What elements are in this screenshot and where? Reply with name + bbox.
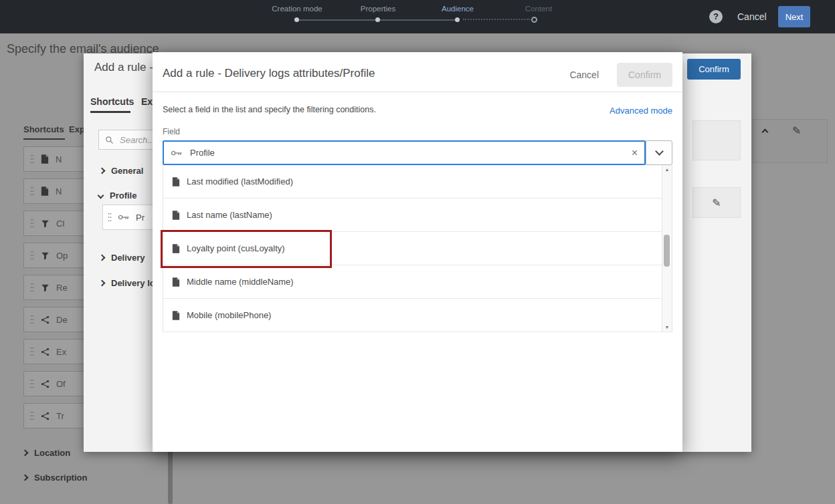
chevron-right-icon	[99, 255, 106, 261]
attribute-key-icon	[118, 214, 130, 221]
wizard-next-button[interactable]: Next	[778, 6, 810, 27]
dropdown-item[interactable]: Last modified (lastModified)	[163, 165, 672, 199]
step-dot-upcoming	[531, 17, 537, 23]
chevron-right-icon	[99, 168, 106, 174]
field-dropdown-list: Last modified (lastModified) Last name (…	[163, 165, 672, 332]
step-dot-active	[455, 17, 460, 22]
step-dot-completed	[375, 17, 380, 22]
dropdown-item-label: Mobile (mobilePhone)	[187, 310, 271, 320]
tree-item-label: Profile	[110, 191, 136, 201]
dropdown-item[interactable]: Middle name (middleName)	[163, 265, 672, 299]
header-divider	[153, 92, 682, 92]
chevron-down-icon	[98, 193, 104, 199]
tree-item-label: Delivery	[111, 253, 145, 263]
advanced-mode-link[interactable]: Advanced mode	[610, 106, 672, 116]
document-icon	[172, 211, 180, 220]
rule-item-label: Pr	[136, 213, 145, 223]
document-icon	[172, 177, 180, 186]
modal-title: Add a rule -	[94, 61, 153, 74]
confirm-button[interactable]: Confirm	[687, 59, 741, 80]
help-icon[interactable]: ?	[709, 10, 723, 23]
instruction-text: Select a field in the list and specify t…	[163, 105, 376, 114]
tree-item-label: General	[111, 166, 143, 176]
dropdown-item-label: Middle name (middleName)	[187, 277, 294, 287]
dropdown-item-label: Last name (lastName)	[187, 210, 272, 220]
attribute-key-icon	[171, 150, 183, 156]
scroll-up-icon[interactable]: ▲	[662, 167, 672, 172]
tree-item-delivery[interactable]: Delivery	[100, 253, 145, 263]
dropdown-item[interactable]: Last name (lastName)	[163, 199, 672, 232]
dropdown-toggle-button[interactable]	[646, 140, 672, 165]
step-content[interactable]: Content	[525, 5, 552, 13]
add-rule-dialog: Add a rule - Delivery logs attributes/Pr…	[153, 52, 682, 452]
tree-item-profile[interactable]: Profile	[98, 191, 136, 201]
tree-item-general[interactable]: General	[100, 166, 143, 176]
document-icon	[172, 244, 180, 253]
dropdown-scrollbar[interactable]: ▲ ▼	[662, 165, 672, 332]
step-creation-mode[interactable]: Creation mode	[272, 5, 322, 13]
dropdown-item[interactable]: Mobile (mobilePhone)	[163, 299, 672, 332]
cancel-button[interactable]: Cancel	[569, 70, 599, 80]
stepper-line-dotted	[463, 19, 530, 20]
chevron-down-icon	[655, 147, 664, 156]
drag-handle-icon[interactable]	[108, 213, 112, 222]
tree-item-delivery-logs[interactable]: Delivery log	[100, 278, 161, 288]
field-combobox-input[interactable]	[189, 147, 626, 158]
field-combobox[interactable]: ×	[163, 140, 646, 165]
side-edit-box: ✎	[692, 187, 741, 218]
side-field-box	[692, 120, 741, 160]
dialog-title: Add a rule - Delivery logs attributes/Pr…	[163, 67, 375, 80]
dropdown-item-label: Last modified (lastModified)	[187, 176, 293, 186]
tab-active-indicator	[90, 111, 130, 113]
scrollbar-thumb[interactable]	[664, 235, 670, 267]
confirm-button-disabled[interactable]: Confirm	[617, 63, 672, 87]
field-label: Field	[163, 127, 180, 136]
search-icon	[105, 136, 114, 144]
dropdown-item-loyalty-point[interactable]: Loyalty point (cusLoyalty)	[163, 232, 672, 265]
tab-shortcuts[interactable]: Shortcuts	[90, 96, 134, 107]
dropdown-item-label: Loyalty point (cusLoyalty)	[187, 243, 285, 253]
wizard-topbar: Creation mode Properties Audience Conten…	[0, 0, 835, 33]
edit-pencil-icon[interactable]: ✎	[712, 197, 721, 209]
clear-icon[interactable]: ×	[632, 148, 638, 158]
document-icon	[172, 277, 180, 287]
step-properties[interactable]: Properties	[361, 5, 395, 13]
wizard-cancel-button[interactable]: Cancel	[737, 11, 767, 22]
step-audience[interactable]: Audience	[442, 5, 474, 13]
chevron-right-icon	[99, 280, 106, 287]
document-icon	[172, 311, 180, 320]
scroll-down-icon[interactable]: ▼	[662, 325, 672, 330]
step-dot-completed	[294, 17, 299, 22]
